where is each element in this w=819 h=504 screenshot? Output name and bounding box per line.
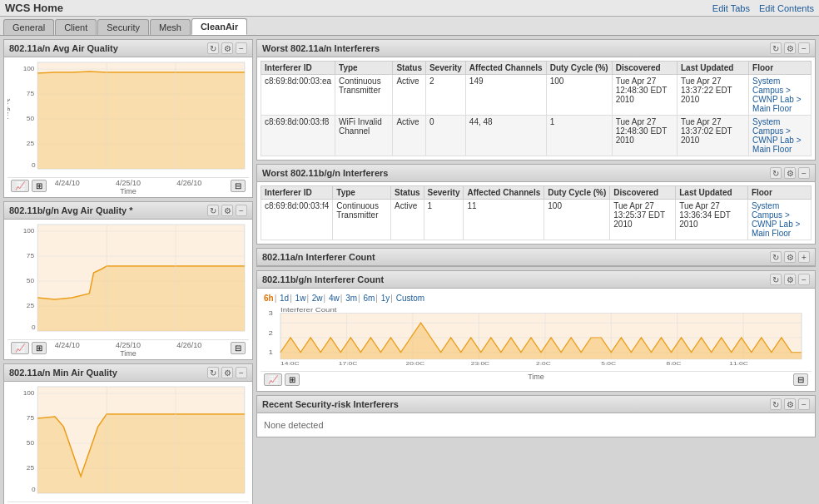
settings-icon-count-bgn[interactable]: ⚙ <box>784 274 796 285</box>
table-row: c8:69:8d:00:03:ea Continuous Transmitter… <box>261 75 812 116</box>
cell-severity-bgn-1: 1 <box>424 200 464 240</box>
refresh-icon-count-bgn[interactable]: ↻ <box>770 274 782 285</box>
svg-text:0: 0 <box>32 161 36 169</box>
col-header-updated-an: Last Updated <box>678 62 749 75</box>
svg-text:50: 50 <box>27 115 35 122</box>
tab-client[interactable]: Client <box>55 19 97 35</box>
svg-text:Interferer Count: Interferer Count <box>280 306 337 313</box>
tab-general[interactable]: General <box>3 19 54 35</box>
time-custom[interactable]: Custom <box>396 294 424 303</box>
settings-icon-avg-aq-bgn[interactable]: ⚙ <box>221 205 233 216</box>
widget-header-avg-aq-bgn: 802.11b/g/n Avg Air Quality * ↻ ⚙ − <box>4 202 252 220</box>
widget-body-worst-an: Interferer ID Type Status Severity Affec… <box>257 57 815 160</box>
svg-text:100: 100 <box>23 389 35 397</box>
col-header-floor-an: Floor <box>749 62 812 75</box>
settings-icon-worst-an[interactable]: ⚙ <box>784 42 796 54</box>
time-4w[interactable]: 4w <box>329 294 340 303</box>
table-row: c8:69:8d:00:03:f8 WiFi Invalid Channel A… <box>261 116 812 156</box>
widget-title-min-aq-an: 802.11a/n Min Air Quality <box>9 368 117 378</box>
main-content: 802.11a/n Avg Air Quality ↻ ⚙ − 100 75 5… <box>0 36 819 504</box>
refresh-icon-count-an[interactable]: ↻ <box>770 251 782 263</box>
widget-body-worst-bgn: Interferer ID Type Status Severity Affec… <box>257 182 815 244</box>
widget-header-count-bgn: 802.11b/g/n Interferer Count ↻ ⚙ − <box>257 271 815 289</box>
x-axis-title-avg-aq-bgn: Time <box>7 349 249 358</box>
widget-count-bgn: 802.11b/g/n Interferer Count ↻ ⚙ − 6h| 1… <box>256 270 816 392</box>
svg-text:5:0C: 5:0C <box>601 360 617 367</box>
collapse-icon-min-aq-an[interactable]: − <box>236 367 247 378</box>
cell-status-an-1: Active <box>393 75 426 116</box>
refresh-icon-worst-an[interactable]: ↻ <box>770 42 782 54</box>
collapse-icon-worst-bgn[interactable]: − <box>798 167 810 179</box>
svg-text:0: 0 <box>32 324 36 331</box>
cell-status-bgn-1: Active <box>390 200 424 240</box>
svg-text:8:0C: 8:0C <box>666 360 682 367</box>
time-1w[interactable]: 1w <box>295 294 306 303</box>
svg-text:75: 75 <box>27 90 35 97</box>
time-6m[interactable]: 6m <box>363 294 375 303</box>
widget-avg-aq-bgn: 802.11b/g/n Avg Air Quality * ↻ ⚙ − 100 … <box>3 201 253 360</box>
col-header-status-bgn: Status <box>390 186 424 200</box>
widget-worst-interferers-an: Worst 802.11a/n Interferers ↻ ⚙ − Interf… <box>256 39 816 161</box>
collapse-icon-avg-aq-an[interactable]: − <box>236 42 247 54</box>
page-title: WCS Home <box>5 2 63 14</box>
col-header-channels-an: Affected Channels <box>465 62 546 75</box>
table-worst-an: Interferer ID Type Status Severity Affec… <box>261 61 812 156</box>
cell-updated-an-1: Tue Apr 27 13:37:22 EDT 2010 <box>678 75 749 116</box>
settings-icon-min-aq-an[interactable]: ⚙ <box>221 367 233 378</box>
svg-text:14:0C: 14:0C <box>280 360 300 367</box>
time-2w[interactable]: 2w <box>312 294 323 303</box>
col-header-status-an: Status <box>393 62 426 75</box>
settings-icon-avg-aq-an[interactable]: ⚙ <box>221 42 233 54</box>
collapse-icon-avg-aq-bgn[interactable]: − <box>236 205 247 216</box>
settings-icon-worst-bgn[interactable]: ⚙ <box>784 167 796 179</box>
collapse-icon-worst-an[interactable]: − <box>798 42 810 54</box>
svg-text:25: 25 <box>27 302 35 309</box>
collapse-icon-count-bgn[interactable]: − <box>798 274 810 285</box>
tab-security[interactable]: Security <box>97 19 149 35</box>
settings-icon-count-an[interactable]: ⚙ <box>784 251 796 263</box>
svg-text:20:0C: 20:0C <box>406 360 425 367</box>
col-header-updated-bgn: Last Updated <box>676 186 748 200</box>
tab-cleanair[interactable]: CleanAir <box>191 18 247 35</box>
edit-tabs-link[interactable]: Edit Tabs <box>712 3 750 13</box>
refresh-icon-avg-aq-bgn[interactable]: ↻ <box>207 205 219 216</box>
top-bar-links: Edit Tabs Edit Contents <box>706 3 814 13</box>
widget-title-avg-aq-bgn: 802.11b/g/n Avg Air Quality * <box>9 205 133 215</box>
cell-duty-an-2: 1 <box>546 116 612 156</box>
col-header-severity-bgn: Severity <box>424 186 464 200</box>
svg-text:75: 75 <box>27 414 35 422</box>
none-detected-label: None detected <box>261 417 812 433</box>
settings-icon-security-risk[interactable]: ⚙ <box>784 398 796 410</box>
time-6h[interactable]: 6h <box>264 294 274 303</box>
collapse-icon-security-risk[interactable]: − <box>798 398 810 410</box>
cell-type-bgn-1: Continuous Transmitter <box>333 200 391 240</box>
expand-icon-count-an[interactable]: + <box>798 251 810 263</box>
widget-worst-interferers-bgn: Worst 802.11b/g/n Interferers ↻ ⚙ − Inte… <box>256 164 816 245</box>
cell-id-an-1: c8:69:8d:00:03:ea <box>261 75 335 116</box>
widget-header-min-aq-an: 802.11a/n Min Air Quality ↻ ⚙ − <box>4 364 252 382</box>
refresh-icon-avg-aq-an[interactable]: ↻ <box>207 42 219 54</box>
refresh-icon-security-risk[interactable]: ↻ <box>770 398 782 410</box>
widget-icons-avg-aq-bgn: ↻ ⚙ − <box>207 205 247 216</box>
widget-title-avg-aq-an: 802.11a/n Avg Air Quality <box>9 43 118 53</box>
widget-title-worst-an: Worst 802.11a/n Interferers <box>262 43 380 53</box>
cell-updated-bgn-1: Tue Apr 27 13:36:34 EDT 2010 <box>676 200 748 240</box>
svg-text:25: 25 <box>27 140 35 147</box>
widget-avg-aq-an: 802.11a/n Avg Air Quality ↻ ⚙ − 100 75 5… <box>3 39 253 198</box>
cell-floor-an-1: System Campus > CWNP Lab > Main Floor <box>749 75 812 116</box>
widget-icons-worst-an: ↻ ⚙ − <box>770 42 810 54</box>
x-axis-labels-avg-aq-an: 4/24/10 4/25/10 4/26/10 <box>7 179 249 187</box>
cell-floor-an-2: System Campus > CWNP Lab > Main Floor <box>749 116 812 156</box>
time-1d[interactable]: 1d <box>280 294 289 303</box>
refresh-icon-worst-bgn[interactable]: ↻ <box>770 167 782 179</box>
refresh-icon-min-aq-an[interactable]: ↻ <box>207 367 219 378</box>
time-1y[interactable]: 1y <box>381 294 390 303</box>
cell-discovered-an-2: Tue Apr 27 12:48:30 EDT 2010 <box>612 116 677 156</box>
edit-contents-link[interactable]: Edit Contents <box>759 3 814 13</box>
tab-mesh[interactable]: Mesh <box>150 19 191 35</box>
time-3m[interactable]: 3m <box>345 294 357 303</box>
cell-channels-an-1: 149 <box>465 75 546 116</box>
svg-text:100: 100 <box>23 227 35 235</box>
cell-updated-an-2: Tue Apr 27 13:37:02 EDT 2010 <box>678 116 749 156</box>
widget-icons-worst-bgn: ↻ ⚙ − <box>770 167 810 179</box>
